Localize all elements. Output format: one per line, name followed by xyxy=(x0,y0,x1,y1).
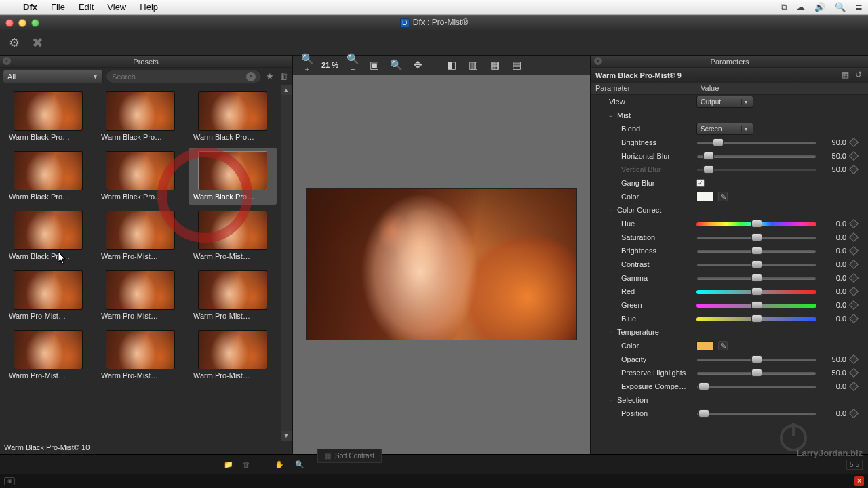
color-swatch[interactable] xyxy=(696,341,714,350)
preset-thumbnail[interactable]: Warm Black Pro… xyxy=(189,88,277,145)
preset-thumbnail[interactable]: Warm Pro-Mist… xyxy=(189,267,277,324)
app-menu[interactable]: Dfx xyxy=(16,2,44,12)
param-value[interactable]: 50.0 xyxy=(821,152,846,160)
viewer-canvas[interactable] xyxy=(293,75,590,454)
fit-icon[interactable]: ▣ xyxy=(367,59,382,71)
param-slider[interactable] xyxy=(696,165,816,174)
volume-icon[interactable]: 🔊 xyxy=(814,2,825,12)
preset-thumbnail[interactable]: Warm Black Pro… xyxy=(189,148,277,205)
keyframe-icon[interactable] xyxy=(849,138,859,147)
effect-tab-label[interactable]: Soft Contrast xyxy=(335,452,374,460)
param-slider[interactable] xyxy=(696,300,816,310)
settings-button[interactable] xyxy=(7,35,22,50)
keyframe-icon[interactable] xyxy=(849,300,859,310)
keyframe-icon[interactable] xyxy=(849,273,859,283)
keyframe-icon[interactable] xyxy=(849,314,859,323)
param-slider[interactable] xyxy=(696,260,816,269)
param-value[interactable]: 50.0 xyxy=(821,369,846,377)
preset-thumbnail[interactable]: Warm Pro-Mist… xyxy=(4,267,92,324)
param-slider[interactable] xyxy=(696,151,816,161)
menu-edit[interactable]: Edit xyxy=(72,2,100,12)
adobe-icon[interactable]: ◉ xyxy=(4,477,15,485)
preset-thumbnail[interactable]: Warm Pro-Mist… xyxy=(189,207,277,264)
param-value[interactable]: 50.0 xyxy=(821,165,846,174)
presets-category-select[interactable]: All▼ xyxy=(3,70,103,83)
reset-preset-icon[interactable]: ↺ xyxy=(853,70,864,81)
keyframe-icon[interactable] xyxy=(849,354,859,364)
presets-search-input[interactable]: × xyxy=(106,70,262,83)
param-value[interactable]: 0.0 xyxy=(821,260,846,268)
menu-file[interactable]: File xyxy=(44,2,72,12)
compare-side-icon[interactable]: ▥ xyxy=(466,59,481,71)
preset-thumbnail[interactable]: Warm Pro-Mist… xyxy=(4,327,92,384)
histogram-icon[interactable]: ▤ xyxy=(509,59,524,71)
param-value[interactable]: 0.0 xyxy=(821,301,846,309)
param-select[interactable]: Output▾ xyxy=(696,96,753,108)
preset-thumbnail[interactable]: Warm Pro-Mist… xyxy=(189,327,277,384)
eyedropper-icon[interactable]: ✎ xyxy=(718,192,728,201)
param-value[interactable]: 0.0 xyxy=(821,382,846,390)
keyframe-icon[interactable] xyxy=(849,409,859,418)
delete-preset-icon[interactable]: 🗑 xyxy=(278,71,289,82)
zoom-in-icon[interactable]: 🔍⁺ xyxy=(300,53,315,77)
preset-thumbnail[interactable]: Warm Black Pro… xyxy=(4,207,92,264)
preset-thumbnail[interactable]: Warm Black Pro… xyxy=(96,88,184,145)
param-value[interactable]: 0.0 xyxy=(821,409,846,418)
preset-thumbnail[interactable]: Warm Black Pro… xyxy=(4,88,92,145)
preset-thumbnail[interactable]: Warm Pro-Mist… xyxy=(96,207,184,264)
eyedropper-icon[interactable]: ✎ xyxy=(718,341,728,350)
pan-icon[interactable]: ✥ xyxy=(410,59,425,71)
keyframe-icon[interactable] xyxy=(849,368,859,378)
param-checkbox[interactable]: ✓ xyxy=(696,179,705,187)
presets-scrollbar[interactable]: ▲ ▼ xyxy=(281,85,292,441)
param-slider[interactable] xyxy=(696,409,816,418)
zoom-tool-icon[interactable]: 🔍 xyxy=(295,460,304,469)
color-swatch[interactable] xyxy=(696,192,714,201)
keyframe-icon[interactable] xyxy=(849,151,859,161)
error-badge[interactable]: × xyxy=(854,476,864,486)
compare-split-icon[interactable]: ◧ xyxy=(444,59,459,71)
param-value[interactable]: 90.0 xyxy=(821,138,846,146)
menu-view[interactable]: View xyxy=(100,2,133,12)
menu-help[interactable]: Help xyxy=(133,2,165,12)
favorite-icon[interactable]: ★ xyxy=(264,71,275,82)
panel-close-icon[interactable]: × xyxy=(3,57,11,65)
folder-icon[interactable]: 📁 xyxy=(224,460,233,469)
param-value[interactable]: 0.0 xyxy=(821,220,846,228)
menu-extras-icon[interactable]: ≣ xyxy=(855,2,863,12)
keyframe-icon[interactable] xyxy=(849,232,859,242)
preset-thumbnail[interactable]: Warm Black Pro… xyxy=(96,148,184,205)
keyframe-icon[interactable] xyxy=(849,382,859,391)
zoom-region-icon[interactable]: 🔍 xyxy=(389,59,403,71)
single-view-icon[interactable]: ▦ xyxy=(488,59,502,71)
param-value[interactable]: 0.0 xyxy=(821,287,846,296)
screen-record-icon[interactable]: ⧉ xyxy=(781,2,787,13)
keyframe-icon[interactable] xyxy=(849,246,859,256)
param-value[interactable]: 50.0 xyxy=(821,355,846,363)
param-value[interactable]: 0.0 xyxy=(821,274,846,282)
param-value[interactable]: 0.0 xyxy=(821,314,846,323)
param-slider[interactable] xyxy=(696,246,816,256)
param-slider[interactable] xyxy=(696,314,816,323)
keyframe-icon[interactable] xyxy=(849,260,859,269)
param-value[interactable]: 0.0 xyxy=(821,233,846,241)
hand-tool-icon[interactable]: ✋ xyxy=(275,460,284,469)
keyframe-icon[interactable] xyxy=(849,287,859,296)
panel-close-icon[interactable]: × xyxy=(594,57,602,65)
param-value[interactable]: 0.0 xyxy=(821,247,846,255)
cancel-button[interactable] xyxy=(30,35,45,50)
param-slider[interactable] xyxy=(696,368,816,378)
save-preset-icon[interactable]: ▦ xyxy=(840,70,850,81)
preset-thumbnail[interactable]: Warm Black Pro… xyxy=(4,148,92,205)
param-slider[interactable] xyxy=(696,273,816,283)
param-slider[interactable] xyxy=(696,219,816,228)
zoom-level[interactable]: 21 % xyxy=(321,61,338,69)
param-slider[interactable] xyxy=(696,138,816,147)
param-slider[interactable] xyxy=(696,354,816,364)
preset-thumbnail[interactable]: Warm Pro-Mist… xyxy=(96,267,184,324)
sync-icon[interactable]: ☁ xyxy=(796,2,805,12)
scroll-down-icon[interactable]: ▼ xyxy=(281,431,292,441)
scroll-up-icon[interactable]: ▲ xyxy=(281,85,292,95)
spotlight-icon[interactable]: 🔍 xyxy=(835,2,846,12)
keyframe-icon[interactable] xyxy=(849,219,859,228)
